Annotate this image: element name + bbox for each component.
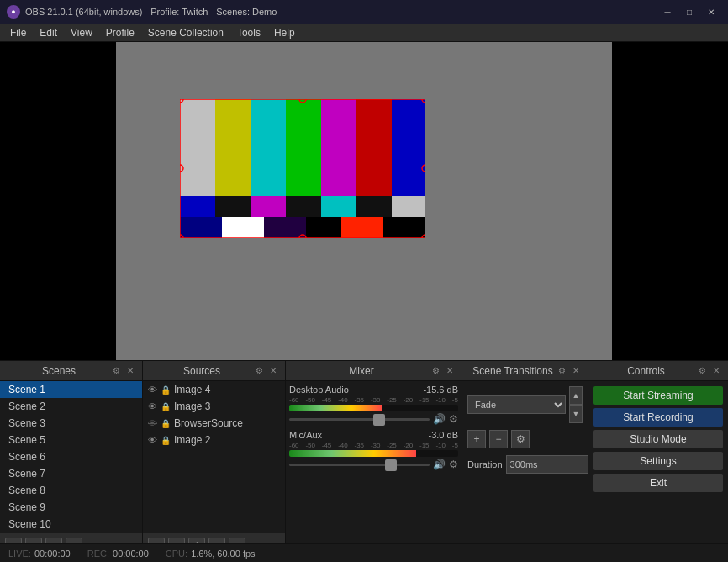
svg-rect-7 (180, 196, 215, 217)
transition-select-row: Fade Cut Swipe Slide ▲ ▼ (467, 386, 583, 423)
mic-fader[interactable] (289, 464, 430, 466)
title-bar: ● OBS 21.0.1 (64bit, windows) - Profile:… (0, 0, 728, 24)
desktop-fader-knob[interactable] (373, 414, 385, 426)
trans-buttons-row: + − ⚙ (467, 430, 583, 448)
sources-panel-title: Sources (150, 365, 254, 377)
mixer-panel: Mixer ⚙ ✕ Desktop Audio -15.6 dB -60-50-… (286, 361, 462, 558)
scenes-close-icon[interactable]: ✕ (125, 365, 135, 376)
mixer-channel-header: Mic/Aux -3.0 dB (289, 430, 458, 440)
mixer-panel-title: Mixer (293, 365, 430, 377)
scene-item[interactable]: Scene 6 (0, 448, 142, 465)
scene-item[interactable]: Scene 3 (0, 415, 142, 432)
settings-button[interactable]: Settings (593, 452, 723, 470)
status-rec: REC: 00:00:00 (87, 549, 149, 559)
menu-file[interactable]: File (3, 25, 33, 40)
source-eye-icon[interactable]: 👁 (148, 435, 157, 445)
exit-button[interactable]: Exit (593, 474, 723, 492)
transition-settings-button[interactable]: ⚙ (511, 430, 530, 448)
transitions-panel-icons: ⚙ ✕ (557, 365, 581, 376)
desktop-fader[interactable] (289, 418, 430, 421)
menu-profile[interactable]: Profile (99, 25, 141, 40)
svg-rect-4 (321, 99, 356, 196)
maximize-button[interactable]: □ (679, 4, 699, 19)
start-recording-button[interactable]: Start Recording (593, 408, 723, 427)
scene-item[interactable]: Scene 8 (0, 482, 142, 499)
mic-settings-icon[interactable]: ⚙ (449, 459, 458, 470)
scene-item[interactable]: Scene 5 (0, 432, 142, 448)
menu-help[interactable]: Help (267, 25, 302, 40)
mixer-panel-icons: ⚙ ✕ (430, 365, 455, 376)
menu-view[interactable]: View (64, 25, 99, 40)
source-eye-icon[interactable]: 👁 (148, 401, 157, 411)
menu-edit[interactable]: Edit (33, 25, 64, 40)
transitions-panel-header: Scene Transitions ⚙ ✕ (462, 361, 588, 381)
svg-rect-15 (222, 217, 264, 238)
source-lock-icon[interactable]: 🔒 (161, 436, 171, 445)
window-controls: ─ □ ✕ (657, 4, 721, 19)
sources-panel: Sources ⚙ ✕ 👁 🔒 Image 4 👁 🔒 Image 3 (143, 361, 286, 558)
controls-config-icon[interactable]: ⚙ (697, 365, 708, 376)
scene-item[interactable]: Scene 9 (0, 499, 142, 516)
scene-item[interactable]: Scene 7 (0, 465, 142, 482)
svg-rect-3 (286, 99, 321, 196)
mic-meter-fill (289, 450, 416, 457)
controls-close-icon[interactable]: ✕ (711, 365, 721, 376)
close-button[interactable]: ✕ (701, 4, 721, 19)
scenes-config-icon[interactable]: ⚙ (111, 365, 122, 376)
mixer-channel-header: Desktop Audio -15.6 dB (289, 384, 458, 395)
controls-panel-icons: ⚙ ✕ (697, 365, 721, 376)
svg-rect-16 (264, 217, 306, 238)
mixer-config-icon[interactable]: ⚙ (430, 365, 441, 376)
source-eye-off-icon[interactable]: 👁 (148, 418, 157, 428)
source-item[interactable]: 👁 🔒 BrowserSource (143, 415, 285, 432)
svg-rect-5 (356, 99, 392, 196)
transition-remove-button[interactable]: − (489, 430, 508, 448)
minimize-button[interactable]: ─ (657, 4, 678, 19)
source-label: Image 2 (174, 434, 210, 446)
scene-item[interactable]: Scene 10 (0, 516, 142, 533)
transition-select[interactable]: Fade Cut Swipe Slide (467, 395, 566, 414)
svg-rect-18 (341, 217, 383, 238)
mic-mute-icon[interactable]: 🔊 (433, 459, 446, 470)
transition-spin-down[interactable]: ▼ (569, 405, 583, 423)
mixer-content: Desktop Audio -15.6 dB -60-50-45-40-35-3… (286, 381, 462, 558)
desktop-mute-icon[interactable]: 🔊 (433, 413, 446, 425)
mic-fader-row: 🔊 ⚙ (289, 459, 458, 470)
scene-item[interactable]: Scene 1 (0, 381, 142, 398)
transition-add-button[interactable]: + (467, 430, 486, 448)
menu-bar: File Edit View Profile Scene Collection … (0, 24, 728, 42)
cpu-value: 1.6%, 60.00 fps (191, 549, 255, 559)
scene-item[interactable]: Scene 2 (0, 398, 142, 415)
bottom-panel: Scenes ⚙ ✕ Scene 1 Scene 2 Scene 3 Scene… (0, 360, 728, 543)
source-lock-icon[interactable]: 🔒 (161, 419, 171, 428)
panels-row: Scenes ⚙ ✕ Scene 1 Scene 2 Scene 3 Scene… (0, 360, 728, 558)
studio-mode-button[interactable]: Studio Mode (593, 430, 723, 448)
menu-tools[interactable]: Tools (230, 25, 267, 40)
sources-close-icon[interactable]: ✕ (268, 365, 278, 376)
rec-label: REC: (87, 549, 109, 559)
source-item[interactable]: 👁 🔒 Image 3 (143, 398, 285, 415)
transition-spin-up[interactable]: ▲ (569, 386, 583, 405)
meter-ticks: -60-50-45-40-35-30-25-20-15-10-5 (289, 442, 458, 449)
sources-config-icon[interactable]: ⚙ (254, 365, 265, 376)
svg-rect-14 (180, 217, 222, 238)
scenes-list: Scene 1 Scene 2 Scene 3 Scene 5 Scene 6 … (0, 381, 142, 533)
transitions-close-icon[interactable]: ✕ (571, 365, 581, 376)
transitions-config-icon[interactable]: ⚙ (557, 365, 567, 376)
svg-rect-19 (383, 217, 404, 238)
mixer-close-icon[interactable]: ✕ (445, 365, 455, 376)
desktop-settings-icon[interactable]: ⚙ (449, 413, 458, 425)
source-lock-icon[interactable]: 🔒 (161, 402, 171, 411)
source-item[interactable]: 👁 🔒 Image 2 (143, 432, 285, 448)
mixer-channel-desktop: Desktop Audio -15.6 dB -60-50-45-40-35-3… (289, 384, 458, 425)
mic-fader-knob[interactable] (385, 459, 397, 471)
start-streaming-button[interactable]: Start Streaming (593, 386, 723, 405)
svg-rect-8 (215, 196, 251, 217)
svg-rect-10 (286, 196, 321, 217)
source-lock-icon[interactable]: 🔒 (161, 385, 171, 395)
controls-panel-header: Controls ⚙ ✕ (588, 361, 728, 381)
source-eye-icon[interactable]: 👁 (148, 384, 157, 395)
menu-scene-collection[interactable]: Scene Collection (141, 25, 230, 40)
source-item[interactable]: 👁 🔒 Image 4 (143, 381, 285, 398)
scenes-panel-icons: ⚙ ✕ (111, 365, 135, 376)
